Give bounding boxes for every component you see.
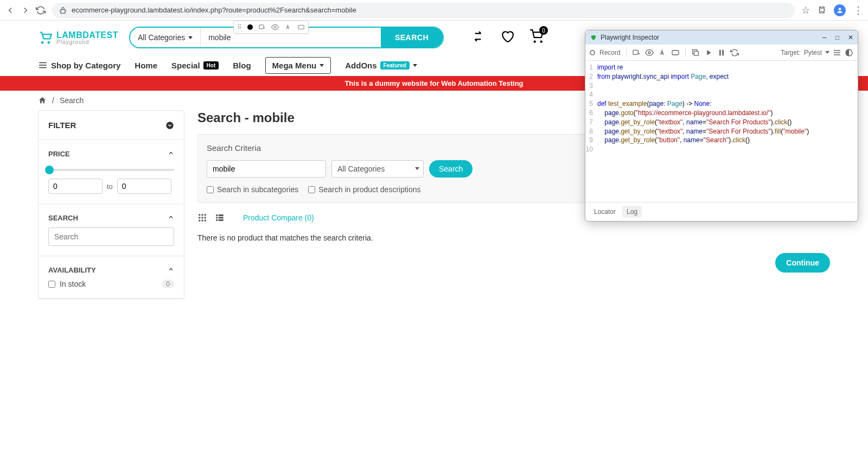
inspector-tabs: Locator Log	[585, 202, 858, 221]
inspector-toolbar: Record Target: Pytest	[585, 45, 858, 61]
sidebar-search-input[interactable]	[48, 227, 174, 246]
resume-icon[interactable]	[730, 48, 739, 57]
url-bar[interactable]: ecommerce-playground.lambdatest.io/index…	[52, 3, 795, 18]
nav-special[interactable]: Special Hot	[171, 61, 219, 70]
code-line: 9 page.get_by_role("button", name="Searc…	[585, 136, 858, 145]
code-line: 10	[585, 145, 858, 154]
slider-thumb[interactable]	[45, 166, 54, 174]
nav-blog[interactable]: Blog	[233, 61, 251, 70]
back-icon[interactable]	[5, 5, 15, 15]
record-indicator-icon[interactable]	[247, 24, 253, 30]
shop-by-category[interactable]: Shop by Category	[38, 60, 120, 70]
search-heading[interactable]: SEARCH	[48, 214, 174, 222]
nav-addons[interactable]: AddOns Featured	[345, 61, 417, 70]
home-icon[interactable]	[38, 96, 47, 105]
browser-menu-icon[interactable]: ⋮	[853, 4, 863, 16]
compare-link[interactable]	[471, 29, 485, 46]
criteria-search-button[interactable]: Search	[429, 160, 473, 178]
price-min-input[interactable]	[48, 179, 103, 194]
record-label[interactable]: Record	[599, 49, 621, 56]
search-input[interactable]	[201, 33, 381, 42]
grip-icon[interactable]: ⠿	[237, 23, 242, 31]
code-line: 7 page.get_by_role("textbox", name="Sear…	[585, 118, 858, 127]
target-value[interactable]: Pytest	[804, 49, 822, 56]
svg-rect-3	[259, 25, 264, 29]
tab-locator[interactable]: Locator	[590, 206, 620, 218]
filter-sidebar: FILTER PRICE to SEARCH	[38, 110, 184, 299]
svg-rect-26	[216, 217, 218, 219]
description-checkbox[interactable]	[308, 186, 315, 193]
continue-button[interactable]: Continue	[775, 253, 830, 273]
chevron-down-icon[interactable]	[825, 51, 829, 54]
url-text: ecommerce-playground.lambdatest.io/index…	[72, 6, 356, 14]
breadcrumb-current: Search	[60, 96, 84, 105]
reload-icon[interactable]	[36, 5, 46, 15]
snapshot-icon[interactable]	[297, 23, 305, 31]
pause-icon[interactable]	[717, 48, 726, 57]
svg-rect-32	[672, 50, 679, 55]
description-check-label[interactable]: Search in product descriptions	[308, 185, 420, 194]
svg-rect-23	[205, 220, 206, 222]
price-max-input[interactable]	[117, 179, 171, 194]
criteria-category-select[interactable]: All Categories	[331, 160, 424, 178]
price-slider[interactable]	[48, 169, 174, 171]
close-icon[interactable]: ✕	[848, 34, 853, 41]
logo[interactable]: LAMBDATEST Playground	[38, 30, 118, 45]
svg-rect-5	[298, 26, 304, 29]
featured-badge: Featured	[380, 61, 410, 69]
code-editor[interactable]: 1import re2from playwright.sync_api impo…	[585, 61, 858, 202]
nav-mega-menu[interactable]: Mega Menu	[265, 57, 331, 74]
svg-rect-28	[216, 219, 218, 221]
copy-icon[interactable]	[691, 48, 700, 57]
cart-link[interactable]: 0	[529, 29, 544, 46]
chevron-up-icon	[168, 150, 174, 156]
availability-heading[interactable]: AVAILABILITY	[48, 266, 174, 274]
minimize-icon[interactable]: ─	[822, 34, 827, 41]
menu-icon	[38, 60, 48, 70]
hot-badge: Hot	[203, 61, 219, 69]
criteria-keyword-input[interactable]	[207, 160, 326, 178]
pick-locator-icon[interactable]	[258, 23, 266, 31]
text-assert-icon[interactable]	[284, 23, 292, 31]
svg-rect-24	[216, 214, 218, 216]
wishlist-link[interactable]	[500, 29, 514, 46]
forward-icon[interactable]	[21, 5, 30, 15]
subcategory-checkbox[interactable]	[207, 186, 214, 193]
pick-locator-icon[interactable]	[632, 48, 641, 57]
recorder-overlay-toolbar: ⠿	[233, 21, 309, 34]
product-compare-link[interactable]: Product Compare (0)	[243, 213, 314, 222]
search-button[interactable]: SEARCH	[381, 28, 443, 47]
chevron-up-icon	[168, 214, 174, 220]
svg-point-31	[648, 52, 650, 54]
list-view-icon[interactable]	[215, 213, 225, 223]
snapshot-icon[interactable]	[671, 48, 680, 57]
svg-rect-20	[205, 217, 206, 219]
tab-log[interactable]: Log	[622, 206, 642, 218]
in-stock-checkbox[interactable]	[48, 281, 55, 288]
eye-icon[interactable]	[645, 48, 654, 57]
step-over-icon[interactable]	[704, 48, 713, 57]
filter-heading[interactable]: FILTER	[48, 121, 174, 130]
record-dot-icon[interactable]	[590, 50, 595, 55]
logo-subtext: Playground	[56, 39, 118, 45]
text-assert-icon[interactable]	[658, 48, 667, 57]
search-category-dropdown[interactable]: All Categories	[130, 28, 201, 47]
theme-toggle-icon[interactable]	[845, 48, 853, 57]
bookmark-icon[interactable]: ☆	[801, 4, 810, 16]
svg-rect-17	[205, 214, 206, 216]
svg-point-4	[274, 26, 276, 28]
chevron-down-icon	[188, 36, 193, 39]
extension-icon[interactable]	[818, 6, 826, 15]
inspector-titlebar[interactable]: Playwright Inspector ─ □ ✕	[585, 30, 858, 45]
profile-icon[interactable]	[834, 4, 846, 16]
code-line: 3	[585, 81, 858, 91]
subcategory-check-label[interactable]: Search in subcategories	[207, 185, 298, 194]
nav-home[interactable]: Home	[135, 61, 157, 70]
eye-icon[interactable]	[271, 23, 279, 31]
price-heading[interactable]: PRICE	[48, 150, 174, 158]
svg-point-7	[48, 41, 50, 44]
grid-view-icon[interactable]	[197, 213, 207, 223]
list-icon[interactable]	[833, 48, 841, 57]
code-line: 2from playwright.sync_api import Page, e…	[585, 72, 858, 81]
maximize-icon[interactable]: □	[835, 34, 839, 41]
